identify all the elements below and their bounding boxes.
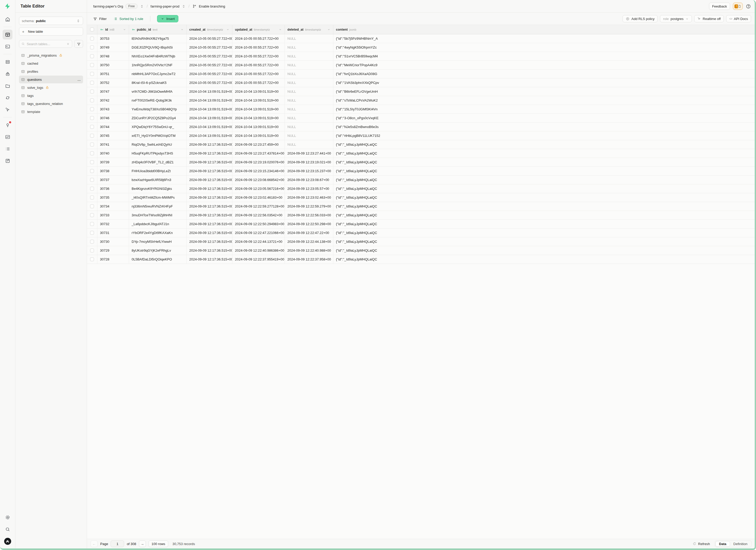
cell-created-at[interactable]: 2024-10-05 00:55:27.722+00 — [187, 78, 232, 87]
cell-public-id[interactable]: H5uqFKpRUTPkjxdysT3HS — [129, 149, 187, 158]
cell-public-id[interactable]: DYp-7mcyMSIrHefLYIwwH — [129, 237, 187, 246]
row-checkbox[interactable] — [90, 213, 94, 217]
column-header-id[interactable]: id int8 — [97, 25, 129, 34]
row-checkbox[interactable] — [90, 72, 94, 76]
cell-content[interactable]: {"id":"sTsWaLCPsVA2WuK2 — [333, 96, 378, 105]
cell-content[interactable]: {"id":"_Id9aLyJpMHQLaiQC — [333, 246, 378, 255]
row-checkbox[interactable] — [90, 45, 94, 49]
cell-created-at[interactable]: 2024-09-09 12:17:36.515+00 — [187, 220, 232, 228]
cell-public-id[interactable]: bzwXazHgax6UIR58j6Fn3 — [129, 176, 187, 184]
cell-public-id[interactable]: zHDq4c0F0VBF_TL2_dBZ1 — [129, 158, 187, 166]
cell-content[interactable]: {"id":"_Id9aLyJpMHQLaiQC — [333, 176, 378, 184]
cell-id[interactable]: 30739 — [97, 158, 129, 166]
sidebar-table-item[interactable]: solve_logs — [19, 84, 83, 91]
cell-id[interactable]: 30732 — [97, 220, 129, 228]
cell-public-id[interactable]: _La6pddxcKJIbgufATJ1n — [129, 220, 187, 228]
cell-content[interactable]: {"id":"S1vrVC5BrB59wqcM4 — [333, 52, 378, 61]
row-checkbox[interactable] — [90, 98, 94, 102]
cell-content[interactable]: {"id":"_Id9aLyJpMHQLaiQC — [333, 149, 378, 158]
cell-public-id[interactable]: nxFT002ISeRE-Qobg3K3k — [129, 96, 187, 105]
chevron-down-icon[interactable] — [123, 28, 126, 31]
cell-content[interactable]: {"id":"_Id9aLyJpMHQLaiQC — [333, 140, 378, 149]
cell-public-id[interactable]: 8KraI-tSI-6-pSZcknaK5 — [129, 78, 187, 87]
cell-created-at[interactable]: 2024-09-09 12:17:36.515+00 — [187, 229, 232, 237]
cell-created-at[interactable]: 2024-09-09 12:17:36.515+00 — [187, 211, 232, 219]
cell-deleted-at[interactable]: 2024-09-09 12:22:47.22+00 — [285, 229, 333, 237]
cell-updated-at[interactable]: 2024-09-09 12:23:27.437814+00 — [232, 149, 285, 158]
cell-updated-at[interactable]: 2024-10-04 13:09:01.519+00 — [232, 105, 285, 113]
chevron-down-icon[interactable] — [279, 28, 282, 31]
chevron-down-icon[interactable] — [327, 28, 330, 31]
sidebar-table-item[interactable]: questions… — [19, 76, 83, 83]
column-header-content[interactable]: content jsonb — [333, 25, 378, 34]
cell-deleted-at[interactable]: 2024-09-09 12:22:40.988+00 — [285, 246, 333, 255]
cell-deleted-at[interactable]: NULL — [285, 43, 333, 52]
cell-content[interactable]: {"id":"_Id9aLyJpMHQLaiQC — [333, 167, 378, 175]
cell-created-at[interactable]: 2024-09-09 12:17:36.515+00 — [187, 167, 232, 175]
cell-deleted-at[interactable]: NULL — [285, 61, 333, 69]
cell-public-id[interactable]: RiqOV6p_5wihLeIAEQyhU — [129, 140, 187, 149]
cell-public-id[interactable]: 3muDHTceTWso9IZj8hHNI — [129, 211, 187, 219]
cell-updated-at[interactable]: 2024-09-09 12:22:56.03542+00 — [232, 211, 285, 219]
row-checkbox[interactable] — [90, 204, 94, 208]
table-options-menu[interactable]: … — [77, 78, 81, 82]
cell-updated-at[interactable]: 2024-10-04 13:09:01.519+00 — [232, 123, 285, 131]
sidebar-item-realtime[interactable] — [3, 105, 12, 115]
sidebar-item-api-docs[interactable] — [3, 156, 12, 166]
cell-deleted-at[interactable]: NULL — [285, 105, 333, 113]
cell-deleted-at[interactable]: 2024-09-09 12:23:15.237+00 — [285, 167, 333, 175]
cell-public-id[interactable]: nj336mN5reuRVNZrKHFpF — [129, 202, 187, 211]
cell-content[interactable]: {"id":"fvrQ1bXoJ6XaAD08G — [333, 70, 378, 78]
row-checkbox[interactable] — [90, 196, 94, 199]
cell-deleted-at[interactable]: 2024-09-09 12:22:44.138+00 — [285, 237, 333, 246]
cell-created-at[interactable]: 2024-10-05 00:55:27.722+00 — [187, 43, 232, 52]
schema-select[interactable]: schema: public — [19, 17, 83, 25]
cell-public-id[interactable]: DGEJfJZPQUV9Q-IBqsNSi — [129, 43, 187, 52]
cell-id[interactable]: 30742 — [97, 96, 129, 105]
row-checkbox[interactable] — [90, 116, 94, 120]
row-checkbox[interactable] — [90, 160, 94, 164]
cell-public-id[interactable]: XPQwDIqY6Y75SwDnU-qr_ — [129, 123, 187, 131]
cell-updated-at[interactable]: 2024-10-05 00:55:27.722+00 — [232, 70, 285, 78]
cell-public-id[interactable]: YwEmuWdqT38XoSB048QYp — [129, 105, 187, 113]
sidebar-item-auth[interactable] — [3, 69, 12, 79]
cell-content[interactable]: {"id":"_Id9aLyJpMHQLaiQC — [333, 202, 378, 211]
cell-content[interactable]: {"id":"_Id9aLyJpMHQLaiQC — [333, 237, 378, 246]
cell-content[interactable]: {"id":"rtHbLpgB8V11LUK7152 — [333, 131, 378, 140]
cell-created-at[interactable]: 2024-10-05 00:55:27.722+00 — [187, 52, 232, 61]
cell-deleted-at[interactable]: 2024-09-09 12:22:59.279+00 — [285, 202, 333, 211]
cell-updated-at[interactable]: 2024-09-09 12:22:50.294983+00 — [232, 220, 285, 228]
cell-public-id[interactable]: vrIh7CMD-JtM1bOweMHfA — [129, 87, 187, 96]
cell-public-id[interactable]: Be4KignzoK9YRGNI3Zgks — [129, 184, 187, 193]
sidebar-item-logs[interactable] — [3, 144, 12, 154]
cell-content[interactable]: {"id":"_Id9aLyJpMHQLaiQC — [333, 184, 378, 193]
search-tables-input[interactable]: Search tables... — [19, 40, 72, 48]
cell-public-id[interactable]: 1hnRQjxSRm2V0VticY2NF — [129, 61, 187, 69]
cell-id[interactable]: 30752 — [97, 78, 129, 87]
column-header-created-at[interactable]: created_at timestamptz — [187, 25, 232, 34]
cell-deleted-at[interactable]: NULL — [285, 70, 333, 78]
column-header-updated-at[interactable]: updated_at timestamptz — [232, 25, 285, 34]
cell-content[interactable]: {"id":"_Id9aLyJpMHQLaiQC — [333, 158, 378, 166]
cell-updated-at[interactable]: 2024-09-09 12:23:19.020076+00 — [232, 158, 285, 166]
cell-public-id[interactable]: nbMhHL3AP7OcCJymc2wT2 — [129, 70, 187, 78]
org-switcher-icon[interactable] — [140, 4, 144, 8]
cell-id[interactable]: 30745 — [97, 131, 129, 140]
cell-created-at[interactable]: 2024-10-05 00:55:27.722+00 — [187, 70, 232, 78]
row-checkbox[interactable] — [90, 187, 94, 191]
cell-content[interactable]: {"id":"_Id9aLyJpMHQLaiQC — [333, 255, 378, 264]
sidebar-table-item[interactable]: _prisma_migrations — [19, 51, 83, 59]
cell-updated-at[interactable]: 2024-10-05 00:55:27.722+00 — [232, 34, 285, 43]
sidebar-item-edge-functions[interactable] — [3, 93, 12, 103]
cell-public-id[interactable]: _l40sQIRTmMZfcm-MWMPs — [129, 193, 187, 202]
cell-created-at[interactable]: 2024-10-04 13:09:01.519+00 — [187, 123, 232, 131]
row-checkbox[interactable] — [90, 90, 94, 93]
cell-public-id[interactable]: NhXEo1Xw04FnB4RzWTNjb — [129, 52, 187, 61]
cell-id[interactable]: 30749 — [97, 43, 129, 52]
cell-id[interactable]: 30738 — [97, 167, 129, 175]
cell-content[interactable]: {"id":"15LSIyT0JGMf3Kl4Vn — [333, 105, 378, 113]
chevron-down-icon[interactable] — [180, 28, 184, 31]
cell-content[interactable]: {"id":"_Id9aLyJpMHQLaiQC — [333, 229, 378, 237]
cell-created-at[interactable]: 2024-10-05 00:55:27.722+00 — [187, 61, 232, 69]
cell-deleted-at[interactable]: 2024-09-09 12:23:05.57+00 — [285, 184, 333, 193]
